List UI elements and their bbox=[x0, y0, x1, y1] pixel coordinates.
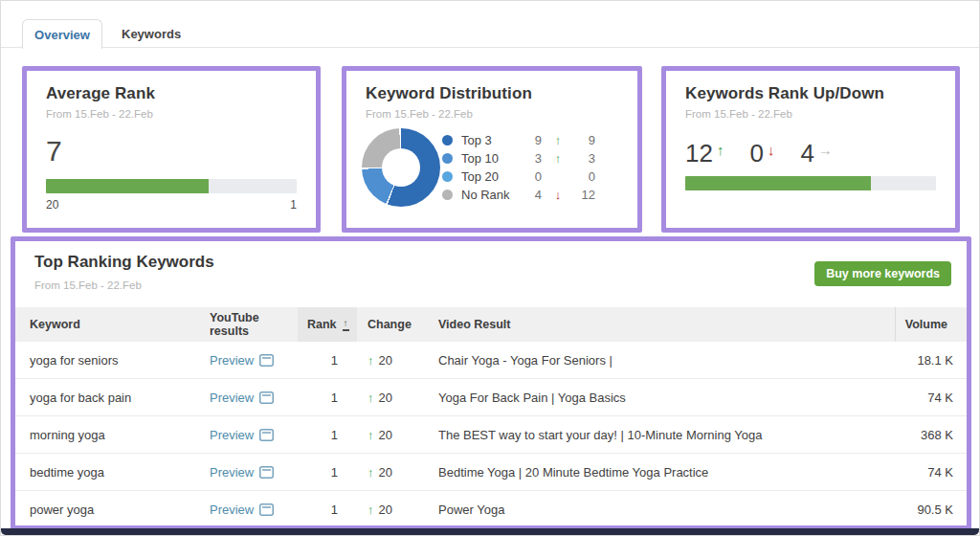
tab-keywords[interactable]: Keywords bbox=[118, 19, 185, 48]
legend-row: Top 10 3 ↑ 3 bbox=[442, 149, 595, 168]
trend-arrow-icon: ↑ bbox=[368, 502, 374, 517]
trend-arrow-icon: ↓ bbox=[542, 188, 574, 202]
preview-link[interactable]: Preview bbox=[199, 353, 298, 368]
preview-link[interactable]: Preview bbox=[199, 428, 298, 442]
trend-arrow-icon: ↑ bbox=[368, 391, 374, 405]
column-header-rank[interactable]: Rank bbox=[298, 307, 357, 342]
stat-up: 12 ↑ bbox=[685, 139, 724, 168]
keyword-distribution-legend: Top 3 9 ↑ 9 Top 10 3 ↑ 3 Top 20 0 0 bbox=[442, 131, 595, 204]
column-header-video-result[interactable]: Video Result bbox=[428, 307, 895, 342]
legend-row: No Rank 4 ↓ 12 bbox=[442, 186, 595, 204]
scale-left-label: 20 bbox=[46, 198, 58, 212]
preview-link[interactable]: Preview bbox=[199, 502, 298, 517]
preview-window-icon bbox=[259, 391, 274, 404]
column-header-youtube-results[interactable]: YouTube results bbox=[199, 307, 298, 342]
change-cell: ↑ 20 bbox=[357, 465, 428, 480]
trend-arrow-icon: ↑ bbox=[368, 465, 374, 480]
change-cell: ↑ 20 bbox=[357, 353, 428, 368]
tab-overview[interactable]: Overview bbox=[22, 19, 102, 49]
column-header-change[interactable]: Change bbox=[357, 307, 428, 342]
rank-cell: 1 bbox=[298, 391, 357, 405]
video-result-cell: Bedtime Yoga | 20 Minute Bedtime Yoga Pr… bbox=[428, 465, 895, 480]
table-header-row: Keyword YouTube results Rank Change Vide… bbox=[15, 307, 967, 342]
keyword-distribution-donut bbox=[362, 128, 440, 207]
video-result-cell: The BEST way to start your day! | 10-Min… bbox=[428, 428, 895, 442]
legend-bullet bbox=[442, 171, 453, 182]
rank-up-down-title: Keywords Rank Up/Down bbox=[685, 84, 884, 103]
legend-bullet bbox=[442, 135, 453, 145]
preview-window-icon bbox=[259, 429, 274, 441]
video-result-cell: Power Yoga bbox=[428, 502, 895, 517]
window-bottom-edge bbox=[1, 528, 979, 535]
date-range: From 15.Feb - 22.Feb bbox=[685, 108, 936, 120]
preview-window-icon bbox=[259, 466, 274, 479]
volume-cell: 74 K bbox=[895, 465, 967, 480]
up-arrow-icon: ↑ bbox=[717, 142, 724, 158]
table-row: yoga for back pain Preview 1 ↑ 20 Yoga F… bbox=[15, 379, 967, 416]
rank-up-down-bar bbox=[685, 176, 936, 190]
video-result-cell: Chair Yoga - Yoga For Seniors | bbox=[428, 353, 895, 368]
keyword-cell: yoga for back pain bbox=[15, 391, 199, 405]
table-body: yoga for seniors Preview 1 ↑ 20 Chair Yo… bbox=[15, 342, 967, 528]
rank-up-down-bar-fill bbox=[685, 176, 871, 190]
trend-arrow-icon: ↑ bbox=[368, 353, 374, 368]
keyword-distribution-title: Keyword Distribution bbox=[366, 84, 532, 103]
rank-cell: 1 bbox=[298, 502, 357, 517]
volume-cell: 74 K bbox=[895, 391, 967, 405]
trend-arrow-icon: ↑ bbox=[542, 151, 574, 166]
rank-cell: 1 bbox=[298, 465, 357, 480]
volume-cell: 18.1 K bbox=[895, 353, 967, 368]
preview-window-icon bbox=[259, 503, 274, 516]
average-rank-value: 7 bbox=[46, 135, 297, 168]
stat-down: 0 ↓ bbox=[749, 139, 774, 168]
table-row: morning yoga Preview 1 ↑ 20 The BEST way… bbox=[15, 416, 967, 454]
top-ranking-keywords-section: Top Ranking Keywords From 15.Feb - 22.Fe… bbox=[11, 236, 971, 530]
column-header-volume[interactable]: Volume bbox=[895, 307, 967, 342]
dashboard-screen: Overview Keywords Average Rank From 15.F… bbox=[0, 0, 980, 536]
average-rank-bar-fill bbox=[46, 179, 209, 193]
rank-up-down-card: Keywords Rank Up/Down From 15.Feb - 22.F… bbox=[661, 66, 960, 233]
right-arrow-icon: → bbox=[818, 142, 833, 158]
scale-right-label: 1 bbox=[290, 198, 297, 212]
section-title: Top Ranking Keywords bbox=[34, 253, 214, 272]
date-range: From 15.Feb - 22.Feb bbox=[46, 108, 297, 120]
rank-up-down-stats: 12 ↑ 0 ↓ 4 → bbox=[685, 139, 936, 168]
average-rank-bar bbox=[46, 179, 297, 193]
column-header-keyword[interactable]: Keyword bbox=[15, 307, 199, 342]
change-cell: ↑ 20 bbox=[357, 428, 428, 442]
volume-cell: 90.5 K bbox=[895, 502, 967, 517]
rank-cell: 1 bbox=[298, 428, 357, 442]
preview-window-icon bbox=[259, 354, 274, 367]
legend-row: Top 20 0 0 bbox=[442, 168, 595, 186]
average-rank-scale: 20 1 bbox=[46, 198, 297, 212]
change-cell: ↑ 20 bbox=[357, 391, 428, 405]
stat-unchanged: 4 → bbox=[800, 139, 832, 168]
average-rank-card: Average Rank From 15.Feb - 22.Feb 7 20 1 bbox=[22, 66, 321, 233]
volume-cell: 368 K bbox=[895, 428, 967, 442]
preview-link[interactable]: Preview bbox=[199, 465, 298, 480]
keyword-cell: yoga for seniors bbox=[15, 353, 199, 368]
date-range: From 15.Feb - 22.Feb bbox=[34, 279, 142, 291]
table-row: power yoga Preview 1 ↑ 20 Power Yoga 90.… bbox=[15, 491, 967, 528]
legend-row: Top 3 9 ↑ 9 bbox=[442, 131, 595, 149]
change-cell: ↑ 20 bbox=[357, 502, 428, 517]
keyword-cell: bedtime yoga bbox=[15, 465, 199, 480]
buy-more-keywords-button[interactable]: Buy more keywords bbox=[814, 261, 951, 286]
keyword-distribution-card: Keyword Distribution From 15.Feb - 22.Fe… bbox=[342, 66, 642, 233]
legend-bullet bbox=[442, 153, 453, 164]
sort-asc-icon bbox=[343, 319, 349, 331]
legend-bullet bbox=[442, 190, 453, 200]
average-rank-title: Average Rank bbox=[46, 84, 155, 103]
trend-arrow-icon: ↑ bbox=[368, 428, 374, 442]
tab-bar: Overview Keywords bbox=[1, 1, 979, 48]
down-arrow-icon: ↓ bbox=[768, 142, 775, 158]
table-row: bedtime yoga Preview 1 ↑ 20 Bedtime Yoga… bbox=[15, 454, 967, 491]
preview-link[interactable]: Preview bbox=[199, 391, 298, 405]
video-result-cell: Yoga For Back Pain | Yoga Basics bbox=[428, 391, 895, 405]
keyword-cell: power yoga bbox=[15, 502, 199, 517]
keyword-cell: morning yoga bbox=[15, 428, 199, 442]
table-row: yoga for seniors Preview 1 ↑ 20 Chair Yo… bbox=[15, 342, 967, 379]
date-range: From 15.Feb - 22.Feb bbox=[366, 108, 618, 120]
rank-cell: 1 bbox=[298, 353, 357, 368]
trend-arrow-icon: ↑ bbox=[542, 133, 574, 147]
